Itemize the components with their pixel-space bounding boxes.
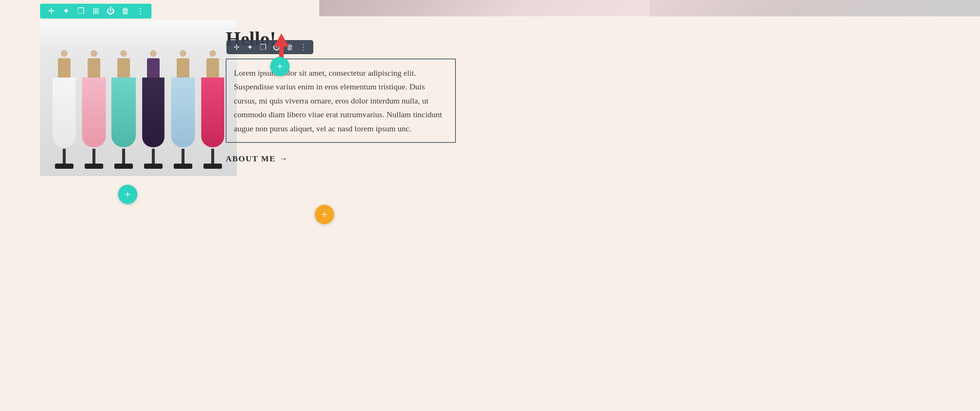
columns-icon-top[interactable]: ⊞ [91, 7, 100, 16]
base-5 [174, 163, 192, 169]
stand-1 [63, 149, 66, 163]
mannequin-body-5 [177, 58, 189, 81]
delete-icon-top[interactable]: 🗑 [121, 7, 130, 16]
mannequin-head-4 [150, 50, 157, 57]
stand-3 [122, 149, 125, 163]
mannequin-head-1 [61, 50, 68, 57]
mannequin-head-3 [120, 50, 127, 57]
top-image-strip [319, 0, 980, 16]
add-block-teal-button[interactable]: + [118, 185, 137, 204]
lorem-text: Lorem ipsum dolor sit amet, consectetur … [234, 66, 448, 135]
about-me-arrow: → [280, 154, 288, 163]
mannequin-body-4 [147, 58, 160, 81]
right-content-area: Hello! ✛ ✦ ❐ ⏻ 🗑 ⋮ + Lorem ipsum dolor s… [211, 21, 471, 171]
add-block-orange-button[interactable]: + [315, 205, 334, 224]
mannequin-head-2 [91, 50, 97, 57]
power-icon-top[interactable]: ⏻ [106, 7, 115, 16]
about-me-label: ABOUT ME [226, 154, 276, 163]
dress-image-content [40, 21, 237, 176]
top-image-left [319, 0, 650, 16]
mannequin-body-3 [117, 58, 130, 81]
block-toolbar-dark[interactable]: ✛ ✦ ❐ ⏻ 🗑 ⋮ + [226, 40, 313, 54]
mannequin-3 [111, 50, 136, 169]
top-image-right [650, 0, 980, 16]
mannequin-body-2 [88, 58, 100, 81]
about-me-link[interactable]: ABOUT ME → [226, 154, 288, 163]
arrow-head [274, 33, 289, 47]
mannequin-body-1 [58, 58, 70, 81]
text-block[interactable]: ✛ ✦ ❐ ⏻ 🗑 ⋮ + Lorem ipsum dolor sit amet… [226, 59, 456, 143]
mannequin-head-5 [180, 50, 186, 57]
duplicate-icon-top[interactable]: ❐ [76, 7, 85, 16]
dress-image-block [40, 21, 237, 176]
dress-1 [53, 78, 76, 147]
block-toolbar-top[interactable]: ✛ ✦ ❐ ⊞ ⏻ 🗑 ⋮ [40, 4, 151, 19]
stand-5 [181, 149, 185, 163]
dress-3 [111, 78, 136, 147]
more-icon-dark[interactable]: ⋮ [299, 43, 307, 51]
move-icon-dark[interactable]: ✛ [232, 43, 240, 51]
stand-4 [152, 149, 155, 163]
move-icon-top[interactable]: ✛ [47, 7, 56, 16]
dress-5 [171, 78, 195, 147]
mannequin-2 [81, 50, 107, 169]
base-1 [55, 163, 73, 169]
dress-4 [142, 78, 164, 147]
settings-icon-top[interactable]: ✦ [62, 7, 70, 16]
settings-icon-dark[interactable]: ✦ [246, 43, 254, 51]
mannequin-4 [141, 50, 166, 169]
duplicate-icon-dark[interactable]: ❐ [259, 43, 267, 51]
dress-2 [82, 78, 106, 147]
base-2 [84, 163, 103, 169]
mannequin-5 [170, 50, 196, 169]
stand-2 [92, 149, 95, 163]
base-4 [144, 163, 162, 169]
add-block-arrow-button[interactable]: + [270, 57, 290, 76]
more-icon-top[interactable]: ⋮ [136, 7, 145, 16]
mannequin-1 [52, 50, 77, 169]
base-3 [115, 163, 133, 169]
